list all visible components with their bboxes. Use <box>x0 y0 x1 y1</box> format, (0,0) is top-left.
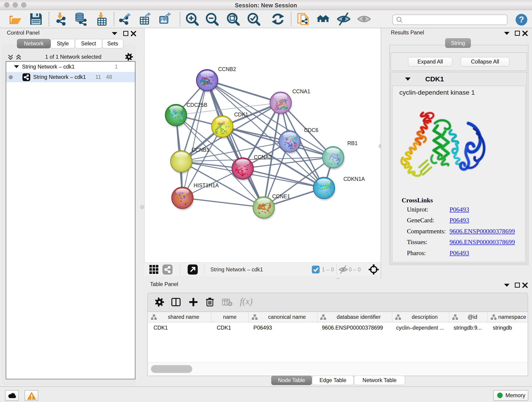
svg-text:CDKN1A: CDKN1A <box>343 176 365 182</box>
svg-text:?: ? <box>519 15 524 24</box>
svg-text:CDC25B: CDC25B <box>186 102 207 108</box>
svg-text:RB1: RB1 <box>347 140 358 146</box>
svg-text:CCNA2: CCNA2 <box>254 154 272 160</box>
svg-text:CCNE1: CCNE1 <box>272 193 290 199</box>
svg-text:HIST1H1A: HIST1H1A <box>194 182 219 188</box>
svg-text:CDK1: CDK1 <box>234 112 248 118</box>
svg-text:CCNB2: CCNB2 <box>218 66 236 72</box>
svg-text:CDC6: CDC6 <box>304 127 318 133</box>
svg-text:CCNA1: CCNA1 <box>292 89 310 95</box>
svg-text:CCNB1: CCNB1 <box>191 147 209 153</box>
